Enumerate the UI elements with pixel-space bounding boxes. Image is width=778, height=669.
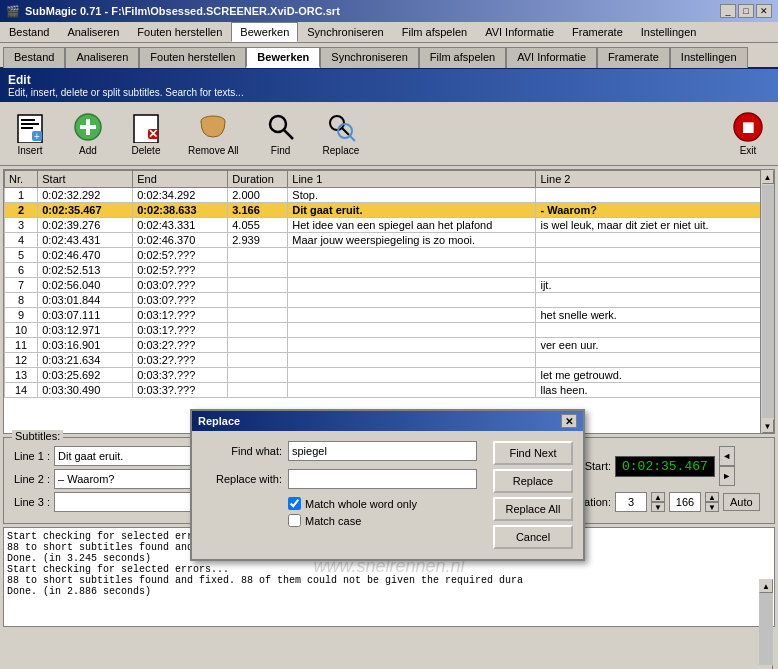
match-whole-word-checkbox[interactable] bbox=[288, 497, 301, 510]
svg-rect-13 bbox=[209, 117, 217, 121]
menu-item-analiseren[interactable]: Analiseren bbox=[58, 22, 128, 42]
tab-avi-informatie[interactable]: AVI Informatie bbox=[506, 47, 597, 68]
menu-bar: BestandAnaliserenFouten herstellenBewerk… bbox=[0, 22, 778, 43]
delete-icon: ✕ bbox=[130, 111, 162, 143]
svg-rect-8 bbox=[80, 125, 96, 129]
remove-all-button[interactable]: Remove All bbox=[179, 107, 248, 160]
match-case-checkbox[interactable] bbox=[288, 514, 301, 527]
replace-button[interactable]: Replace bbox=[314, 107, 369, 160]
svg-rect-3 bbox=[21, 127, 33, 129]
match-whole-label: Match whole word only bbox=[305, 498, 417, 510]
section-subtitle: Edit, insert, delete or split subtitles.… bbox=[8, 87, 770, 98]
match-case-label: Match case bbox=[305, 515, 361, 527]
app-icon: 🎬 bbox=[6, 5, 20, 18]
svg-rect-2 bbox=[21, 123, 39, 125]
svg-text:⏹: ⏹ bbox=[740, 119, 756, 136]
menu-item-bewerken[interactable]: Bewerken bbox=[231, 22, 298, 42]
insert-icon: + bbox=[14, 111, 46, 143]
tab-synchroniseren[interactable]: Synchroniseren bbox=[320, 47, 418, 68]
remove-all-label: Remove All bbox=[188, 145, 239, 156]
exit-icon: ⏹ bbox=[732, 111, 764, 143]
replace-with-label: Replace with: bbox=[202, 473, 282, 485]
log-scroll-down[interactable]: ▼ bbox=[759, 665, 773, 669]
menu-item-instellingen[interactable]: Instellingen bbox=[632, 22, 706, 42]
add-icon bbox=[72, 111, 104, 143]
replace-with-input[interactable] bbox=[288, 469, 477, 489]
insert-label: Insert bbox=[17, 145, 42, 156]
replace-dialog-button[interactable]: Replace bbox=[493, 469, 573, 493]
find-what-input[interactable] bbox=[288, 441, 477, 461]
svg-line-17 bbox=[342, 128, 349, 135]
delete-button[interactable]: ✕ Delete bbox=[121, 107, 171, 160]
svg-rect-1 bbox=[21, 119, 35, 121]
dialog-close-button[interactable]: ✕ bbox=[561, 414, 577, 428]
menu-item-framerate[interactable]: Framerate bbox=[563, 22, 632, 42]
find-label: Find bbox=[271, 145, 290, 156]
tab-framerate[interactable]: Framerate bbox=[597, 47, 670, 68]
edit-header: Edit Edit, insert, delete or split subti… bbox=[0, 69, 778, 102]
tab-bar: BestandAnaliserenFouten herstellenBewerk… bbox=[0, 43, 778, 69]
tab-film-afspelen[interactable]: Film afspelen bbox=[419, 47, 506, 68]
tab-analiseren[interactable]: Analiseren bbox=[65, 47, 139, 68]
maximize-button[interactable]: □ bbox=[738, 4, 754, 18]
svg-text:+: + bbox=[34, 131, 40, 142]
add-button[interactable]: Add bbox=[63, 107, 113, 160]
insert-button[interactable]: + Insert bbox=[5, 107, 55, 160]
exit-label: Exit bbox=[740, 145, 757, 156]
exit-button[interactable]: ⏹ Exit bbox=[723, 107, 773, 160]
find-button[interactable]: Find bbox=[256, 107, 306, 160]
window-title: SubMagic 0.71 - F:\Film\Obsessed.SCREENE… bbox=[25, 5, 340, 17]
replace-label: Replace bbox=[323, 145, 360, 156]
svg-point-16 bbox=[330, 116, 344, 130]
minimize-button[interactable]: _ bbox=[720, 4, 736, 18]
menu-item-synchroniseren[interactable]: Synchroniseren bbox=[298, 22, 392, 42]
add-label: Add bbox=[79, 145, 97, 156]
remove-all-icon bbox=[197, 111, 229, 143]
cancel-button[interactable]: Cancel bbox=[493, 525, 573, 549]
toolbar: + Insert Add ✕ Delete Remove All Find Re… bbox=[0, 102, 778, 166]
tab-fouten-herstellen[interactable]: Fouten herstellen bbox=[139, 47, 246, 68]
replace-all-button[interactable]: Replace All bbox=[493, 497, 573, 521]
tab-bewerken[interactable]: Bewerken bbox=[246, 47, 320, 68]
tab-bestand[interactable]: Bestand bbox=[3, 47, 65, 68]
svg-line-15 bbox=[284, 130, 293, 139]
menu-item-fouten-herstellen[interactable]: Fouten herstellen bbox=[128, 22, 231, 42]
close-button[interactable]: ✕ bbox=[756, 4, 772, 18]
menu-item-avi-informatie[interactable]: AVI Informatie bbox=[476, 22, 563, 42]
dialog-overlay: Replace ✕ Find what: Replace with: bbox=[0, 169, 778, 627]
find-icon bbox=[265, 111, 297, 143]
find-next-button[interactable]: Find Next bbox=[493, 441, 573, 465]
svg-line-19 bbox=[350, 136, 355, 141]
svg-text:✕: ✕ bbox=[148, 127, 158, 141]
svg-point-14 bbox=[270, 116, 286, 132]
dialog-title-bar: Replace ✕ bbox=[192, 411, 583, 431]
section-title: Edit bbox=[8, 73, 770, 87]
delete-label: Delete bbox=[132, 145, 161, 156]
title-bar: 🎬 SubMagic 0.71 - F:\Film\Obsessed.SCREE… bbox=[0, 0, 778, 22]
menu-item-bestand[interactable]: Bestand bbox=[0, 22, 58, 42]
find-what-label: Find what: bbox=[202, 445, 282, 457]
tab-instellingen[interactable]: Instellingen bbox=[670, 47, 748, 68]
dialog-title-text: Replace bbox=[198, 415, 240, 427]
menu-item-film-afspelen[interactable]: Film afspelen bbox=[393, 22, 476, 42]
replace-icon bbox=[325, 111, 357, 143]
replace-dialog: Replace ✕ Find what: Replace with: bbox=[190, 409, 585, 561]
